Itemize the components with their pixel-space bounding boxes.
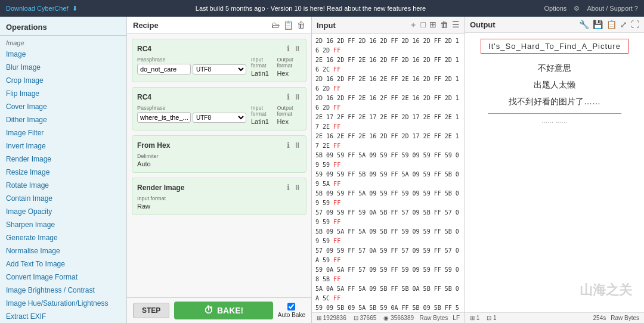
card-toggle-icon[interactable]: ⏸ <box>293 92 301 101</box>
output-save-icon[interactable]: 💾 <box>593 20 603 29</box>
recipe-header: Recipe 🗁 📋 🗑 <box>127 17 311 34</box>
sidebar-item[interactable]: Image Brightness / Contrast <box>0 284 126 297</box>
sidebar: Operations Image ImageBlur ImageCrop Ima… <box>0 17 127 323</box>
auto-bake-checkbox[interactable] <box>287 303 295 310</box>
output-format: Raw Bytes <box>611 315 639 321</box>
sidebar-item[interactable]: Generate Image <box>0 231 126 244</box>
sidebar-item[interactable]: Resize Image <box>0 166 126 179</box>
hex-highlight: FF <box>333 219 340 225</box>
input-content[interactable]: 2D 16 2D FF 2D 16 2D FF 2D 16 2D FF 2D 1… <box>312 34 465 312</box>
recipe-card: RC4 ℹ ⏸ Passphrase UTF8 Input f <box>132 39 306 82</box>
chinese-line: 不好意思 <box>509 60 600 76</box>
sidebar-item[interactable]: Contain Image <box>0 192 126 205</box>
hex-line: 59 09 59 FF 5B 09 59 FF 5A 09 59 FF 5B 0… <box>315 170 461 189</box>
topbar-right: Options ⚙ About / Support ? <box>544 5 638 13</box>
bake-button[interactable]: ⏱ BAKE! <box>174 302 273 319</box>
card-toggle-icon[interactable]: ⏸ <box>293 141 301 150</box>
card-info-icon[interactable]: ℹ <box>287 183 290 192</box>
hex-line: 5B 09 5A FF 5A 09 5B FF 59 09 59 FF 5B 0… <box>315 227 461 246</box>
about-link[interactable]: About / Support ? <box>587 5 638 13</box>
input-footer-right: Raw Bytes LF <box>420 315 460 321</box>
input-format-val: Raw <box>137 203 166 210</box>
auto-bake-wrap: Auto Bake <box>278 303 305 318</box>
card-info-icon[interactable]: ℹ <box>287 141 290 150</box>
input-split-icon[interactable]: ⊞ <box>429 20 436 30</box>
card-info-icon[interactable]: ℹ <box>287 92 290 101</box>
output-header-icons: 🔧 💾 📋 ⤢ ⛶ <box>579 20 639 29</box>
recipe-open-icon[interactable]: 📋 <box>283 20 293 30</box>
sidebar-item[interactable]: Image Opacity <box>0 205 126 218</box>
sidebar-item[interactable]: Dither Image <box>0 113 126 126</box>
sidebar-item[interactable]: Blur Image <box>0 61 126 74</box>
card-toggle-icon[interactable]: ⏸ <box>293 44 301 53</box>
chinese-line: 找不到好看的图片了…… <box>509 93 600 110</box>
topbar: Download CyberChef ⬇ Last build 5 months… <box>0 0 644 17</box>
sidebar-items: ImageBlur ImageCrop ImageFlip ImageCover… <box>0 48 126 323</box>
card-info-icon[interactable]: ℹ <box>287 44 290 53</box>
output-image-box: It's_So_Hard_To_Find_A_Picture <box>481 39 628 54</box>
passphrase-input[interactable] <box>137 112 191 123</box>
input-stat1: ⊞ 1929836 <box>317 315 346 321</box>
recipe-clear-icon[interactable]: 🗑 <box>297 20 305 30</box>
input-format-label[interactable]: Raw Bytes <box>420 315 448 321</box>
output-image-label: It's_So_Hard_To_Find_A_Picture <box>488 42 621 51</box>
encoding-select[interactable]: UTF8 <box>193 113 246 123</box>
output-expand-icon[interactable]: ⤢ <box>620 20 627 29</box>
input-settings-icon[interactable]: ☰ <box>452 20 460 30</box>
bake-label: BAKE! <box>217 306 243 315</box>
download-link[interactable]: Download CyberChef <box>6 5 69 12</box>
sidebar-category: Image <box>0 36 126 48</box>
options-link[interactable]: Options <box>544 5 566 13</box>
input-trash-icon[interactable]: 🗑 <box>440 20 448 30</box>
recipe-footer: STEP ⏱ BAKE! Auto Bake <box>127 297 311 323</box>
input-stat3: ◉ 3566389 <box>383 315 414 321</box>
recipe-save-icon[interactable]: 🗁 <box>271 20 280 30</box>
output-title: Output <box>470 20 496 29</box>
recipe-pane: Recipe 🗁 📋 🗑 RC4 ℹ ⏸ Passphrase <box>127 17 312 323</box>
sidebar-item[interactable]: Convert Image Format <box>0 271 126 284</box>
sidebar-item[interactable]: Cover Image <box>0 100 126 113</box>
input-add-icon[interactable]: ＋ <box>409 20 417 30</box>
output-time: 254s <box>593 315 606 321</box>
hex-highlight: FF <box>333 85 340 92</box>
input-pane: Input ＋ □ ⊞ 🗑 ☰ 2D 16 2D FF 2D 16 2D FF … <box>312 17 465 323</box>
passphrase-label: Passphrase <box>137 105 246 111</box>
encoding-select[interactable]: UTF8 <box>193 64 246 74</box>
input-header-icons: ＋ □ ⊞ 🗑 ☰ <box>409 20 460 30</box>
hex-highlight: FF <box>333 162 340 168</box>
input-format-val: Latin1 <box>251 70 272 77</box>
sidebar-item[interactable]: Extract EXIF <box>0 310 126 323</box>
hex-highlight: FF <box>333 142 340 149</box>
sidebar-item[interactable]: Image Hue/Saturation/Lightness <box>0 297 126 310</box>
sidebar-item[interactable]: Normalise Image <box>0 244 126 257</box>
card-toggle-icon[interactable]: ⏸ <box>293 183 301 192</box>
output-wrench-icon[interactable]: 🔧 <box>579 20 589 29</box>
sidebar-item[interactable]: Render Image <box>0 153 126 166</box>
output-copy-icon[interactable]: 📋 <box>606 20 617 29</box>
output-stat2: ⊡ 1 <box>487 315 496 321</box>
output-fullscreen-icon[interactable]: ⛶ <box>631 20 639 29</box>
hex-line: 5B 09 59 FF 5A 09 59 FF 59 09 59 FF 59 0… <box>315 151 461 170</box>
step-button[interactable]: STEP <box>133 303 169 318</box>
input-format-label: Input format <box>251 57 272 69</box>
input-window-icon[interactable]: □ <box>421 20 426 30</box>
sidebar-item[interactable]: Crop Image <box>0 74 126 87</box>
sidebar-item[interactable]: Invert Image <box>0 139 126 153</box>
sidebar-item[interactable]: Sharpen Image <box>0 218 126 231</box>
gear-icon: ⚙ <box>574 5 580 13</box>
hex-line: 2D 16 2D FF 2D 16 2D FF 2D 16 2D FF 2D 1… <box>315 36 461 55</box>
sidebar-item[interactable]: Image Filter <box>0 126 126 139</box>
hex-line: 57 09 59 FF 59 0A 5B FF 57 09 5B FF 57 0… <box>315 208 461 227</box>
recipe-card: RC4 ℹ ⏸ Passphrase UTF8 Input f <box>132 87 306 131</box>
recipe-title: Recipe <box>133 21 159 30</box>
input-title: Input <box>317 21 336 30</box>
download-icon: ⬇ <box>72 5 78 13</box>
input-eol-label[interactable]: LF <box>453 315 460 321</box>
input-footer: ⊞ 1929836 ⊡ 37665 ◉ 3566389 Raw Bytes LF <box>312 312 465 323</box>
sidebar-item[interactable]: Add Text To Image <box>0 257 126 271</box>
passphrase-input[interactable] <box>137 64 191 74</box>
sidebar-item[interactable]: Flip Image <box>0 87 126 100</box>
sidebar-item[interactable]: Rotate Image <box>0 179 126 192</box>
sidebar-item[interactable]: Image <box>0 48 126 61</box>
topbar-center: Last build 5 months ago · Version 10 is … <box>196 5 426 12</box>
